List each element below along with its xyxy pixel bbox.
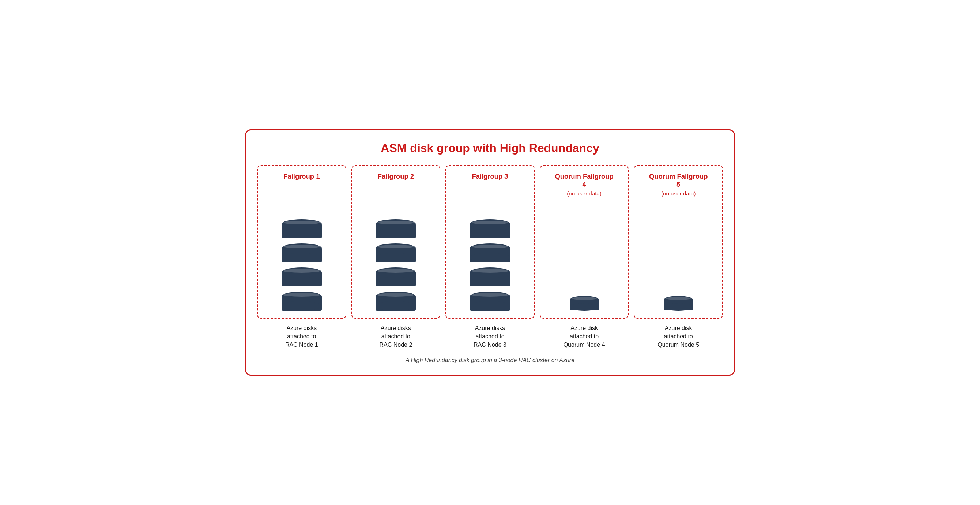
failgroup-col-fg1: Failgroup 1 Azure disksattached toRAC No… <box>257 165 346 349</box>
node-label-fg3: Azure disksattached toRAC Node 3 <box>474 324 506 349</box>
failgroup-label-fg5: Quorum Failgroup5 <box>649 173 708 189</box>
node-label-fg4: Azure diskattached toQuorum Node 4 <box>563 324 605 349</box>
disk-icon-fg4-0 <box>570 296 599 311</box>
disk-icon-fg2-3 <box>375 292 416 311</box>
disk-icon-fg3-1 <box>470 243 510 262</box>
disks-container-fg4 <box>570 202 599 310</box>
failgroup-col-fg3: Failgroup 3 Azure disksattached toRAC No… <box>445 165 535 349</box>
caption: A High Redundancy disk group in a 3-node… <box>257 357 723 364</box>
failgroup-col-fg2: Failgroup 2 Azure disksattached toRAC No… <box>352 165 441 349</box>
disks-container-fg3 <box>470 182 510 311</box>
failgroup-box-fg1: Failgroup 1 <box>257 165 346 319</box>
disks-container-fg5 <box>664 202 693 310</box>
failgroup-sublabel-fg5: (no user data) <box>661 190 696 197</box>
disk-icon-fg1-0 <box>282 219 322 238</box>
failgroups-row: Failgroup 1 Azure disksattached toRAC No… <box>257 165 723 349</box>
failgroup-sublabel-fg4: (no user data) <box>567 190 601 197</box>
outer-box: ASM disk group with High Redundancy Fail… <box>245 129 735 376</box>
failgroup-col-fg4: Quorum Failgroup4(no user data) Azure di… <box>540 165 629 349</box>
failgroup-label-fg2: Failgroup 2 <box>378 173 414 181</box>
disk-icon-fg2-0 <box>375 219 416 238</box>
disk-icon-fg3-3 <box>470 292 510 311</box>
node-label-fg1: Azure disksattached toRAC Node 1 <box>285 324 318 349</box>
failgroup-label-fg3: Failgroup 3 <box>472 173 508 181</box>
node-label-fg5: Azure diskattached toQuorum Node 5 <box>657 324 699 349</box>
failgroup-label-fg1: Failgroup 1 <box>283 173 320 181</box>
failgroup-box-fg5: Quorum Failgroup5(no user data) <box>634 165 723 319</box>
node-label-fg2: Azure disksattached toRAC Node 2 <box>379 324 412 349</box>
disk-icon-fg3-2 <box>470 267 510 286</box>
disk-icon-fg1-1 <box>282 243 322 262</box>
disks-container-fg1 <box>282 182 322 311</box>
disks-container-fg2 <box>375 182 416 311</box>
disk-icon-fg2-2 <box>375 267 416 286</box>
disk-icon-fg3-0 <box>470 219 510 238</box>
failgroup-label-fg4: Quorum Failgroup4 <box>555 173 613 189</box>
disk-icon-fg2-1 <box>375 243 416 262</box>
failgroup-box-fg2: Failgroup 2 <box>352 165 441 319</box>
main-title: ASM disk group with High Redundancy <box>257 141 723 155</box>
failgroup-box-fg4: Quorum Failgroup4(no user data) <box>540 165 629 319</box>
failgroup-box-fg3: Failgroup 3 <box>445 165 535 319</box>
disk-icon-fg1-2 <box>282 267 322 286</box>
page-wrapper: ASM disk group with High Redundancy Fail… <box>245 129 735 376</box>
disk-icon-fg1-3 <box>282 292 322 311</box>
disk-icon-fg5-0 <box>664 296 693 311</box>
failgroup-col-fg5: Quorum Failgroup5(no user data) Azure di… <box>634 165 723 349</box>
